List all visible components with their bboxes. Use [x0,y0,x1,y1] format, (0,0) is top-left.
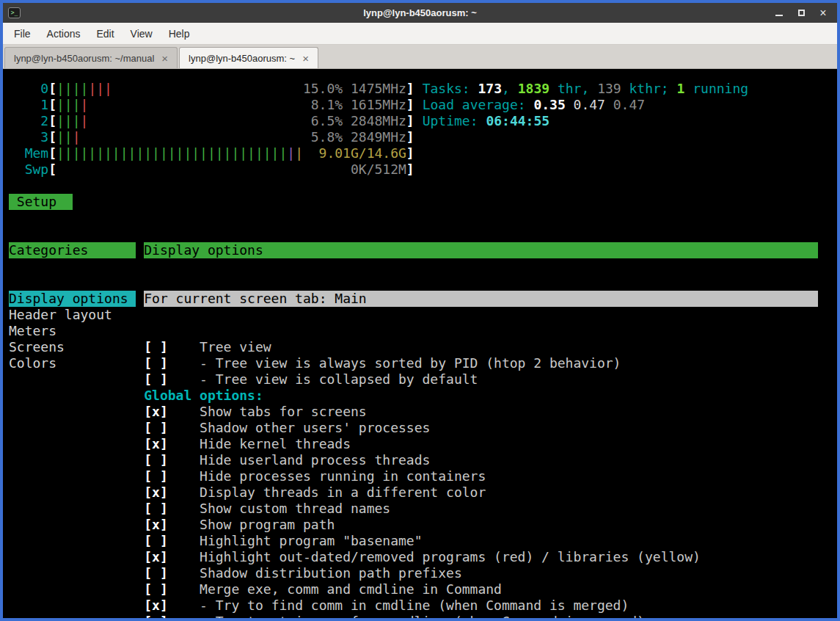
option-label: Shadow distribution path prefixes [200,565,462,581]
checkbox[interactable]: [ ] [144,581,168,597]
setup-panels: Categories Display optionsHeader layoutM… [9,210,837,618]
minimize-icon [775,10,783,16]
option-row[interactable]: [ ] Hide processes running in containers [144,468,818,484]
tab-title: lynp@lyn-b450aorusm: ~ [189,53,295,64]
terminal[interactable]: 0[|||||||15.0% 1475MHz]1[||||8.1% 1615MH… [3,69,837,618]
option-label: - Tree view is always sorted by PID (hto… [200,355,621,371]
restore-icon [798,10,805,16]
meter-swp: Swp[0K/512M] [9,161,414,178]
option-row[interactable]: [x] - Try to find comm in cmdline (when … [144,598,818,614]
option-label: Show program path [200,517,335,532]
option-row[interactable]: [x] Show tabs for screens [144,404,818,420]
summary: Tasks: 173, 1839 thr, 139 kthr; 1 runnin… [423,81,748,178]
checkbox[interactable]: [x] [144,404,168,419]
option-label: Tree view [200,339,271,355]
category-item-meters[interactable]: Meters [9,323,136,339]
setup-header-row: Setup [9,194,837,210]
meter-2: 2[||||6.5% 2848MHz] [9,113,414,129]
option-row[interactable]: [x] - Try to strip exe from cmdline (whe… [144,614,818,618]
screen-tab-row[interactable]: For current screen tab: Main [144,291,818,307]
options-panel-header: Display options [144,242,818,258]
checkbox[interactable]: [ ] [144,533,168,548]
restore-button[interactable] [796,8,806,18]
checkbox[interactable]: [x] [144,436,168,451]
option-row[interactable]: [ ] Shadow other users' processes [144,420,818,436]
meter-value: 6.5% 2848MHz [311,113,406,129]
tab-title: lynp@lyn-b450aorusm: ~/manual [14,53,154,64]
checkbox[interactable]: [x] [144,484,168,500]
option-row[interactable]: [x] Hide kernel threads [144,436,818,452]
checkbox[interactable]: [ ] [144,355,168,371]
option-label: - Try to find comm in cmdline (when Comm… [200,598,629,613]
tasks-line: Tasks: 173, 1839 thr, 139 kthr; 1 runnin… [423,81,748,97]
option-row[interactable]: [ ] Tree view [144,339,818,355]
option-label: Hide userland process threads [200,452,430,468]
checkbox[interactable]: [ ] [144,452,168,468]
checkbox[interactable]: [x] [144,614,168,618]
meter-mem: Mem[|||||||||||||||||||||||||||||||9.01G… [9,145,414,161]
meter-1: 1[||||8.1% 1615MHz] [9,97,414,113]
option-label: Hide processes running in containers [200,468,486,484]
meter-value: 5.8% 2849MHz [311,129,406,145]
menu-item-view[interactable]: View [123,25,161,43]
window-title: lynp@lyn-b450aorusm: ~ [3,7,837,18]
checkbox[interactable]: [x] [144,598,168,613]
minimize-button[interactable] [774,8,784,18]
checkbox[interactable]: [ ] [144,371,168,387]
option-row[interactable]: [ ] Hide userland process threads [144,452,818,468]
option-row[interactable]: [ ] - Tree view is collapsed by default [144,371,818,388]
category-item-header-layout[interactable]: Header layout [9,307,136,323]
tab-close-icon[interactable]: × [161,53,168,64]
terminal-app-icon[interactable]: >_ [8,7,21,18]
meter-label: 2 [9,113,48,129]
meter-bars: ||| [56,129,81,145]
tabbar: lynp@lyn-b450aorusm: ~/manual×lynp@lyn-b… [3,45,837,69]
option-row[interactable]: [ ] Highlight program "basename" [144,533,818,549]
option-row[interactable]: [x] Highlight out-dated/removed programs… [144,549,818,565]
option-row[interactable]: [ ] Show custom thread names [144,501,818,517]
checkbox[interactable]: [ ] [144,501,168,516]
meter-bars: ||||||| [56,81,112,97]
menu-item-help[interactable]: Help [161,25,198,43]
option-row[interactable]: [x] Show program path [144,517,818,533]
menu-item-actions[interactable]: Actions [39,25,89,43]
option-row[interactable]: [ ] - Tree view is always sorted by PID … [144,355,818,371]
option-row[interactable]: [ ] Shadow distribution path prefixes [144,565,818,581]
option-label: - Tree view is collapsed by default [200,371,478,387]
menubar: FileActionsEditViewHelp [3,23,837,45]
terminal-tab-2[interactable]: lynp@lyn-b450aorusm: ~× [179,47,318,68]
close-button[interactable]: × [818,8,828,18]
checkbox[interactable]: [x] [144,517,168,532]
checkbox[interactable]: [ ] [144,420,168,435]
terminal-window: >_ lynp@lyn-b450aorusm: ~ × FileActionsE… [0,0,840,621]
menu-item-file[interactable]: File [6,25,39,43]
category-item-display-options[interactable]: Display options [9,291,136,307]
meter-bars: |||| [56,113,88,129]
options-section-header: Global options: [144,388,818,404]
category-item-screens[interactable]: Screens [9,339,136,355]
load-average-line: Load average: 0.35 0.47 0.47 [423,97,748,113]
meter-label: 0 [9,81,48,97]
meter-bar: |||||||||||||||||||||||||||||||9.01G/14.… [56,145,406,161]
meter-bar: ||||8.1% 1615MHz [56,97,406,113]
category-item-colors[interactable]: Colors [9,355,136,371]
checkbox[interactable]: [x] [144,549,168,564]
option-label: Hide kernel threads [200,436,351,451]
option-label: Highlight program "basename" [200,533,422,548]
option-row[interactable]: [x] Display threads in a different color [144,484,818,501]
checkbox[interactable]: [ ] [144,565,168,581]
meters: 0[|||||||15.0% 1475MHz]1[||||8.1% 1615MH… [9,81,414,178]
meter-value: 0K/512M [351,161,406,178]
checkbox[interactable]: [ ] [144,339,168,355]
option-row[interactable]: [ ] Merge exe, comm and cmdline in Comma… [144,581,818,598]
titlebar[interactable]: >_ lynp@lyn-b450aorusm: ~ × [3,3,837,23]
meter-bar: |||||||15.0% 1475MHz [56,81,406,97]
menu-item-edit[interactable]: Edit [88,25,122,43]
blank-line [9,178,837,194]
tab-close-icon[interactable]: × [302,53,309,64]
option-label: - Try to strip exe from cmdline (when Co… [200,614,645,618]
terminal-tab-1[interactable]: lynp@lyn-b450aorusm: ~/manual× [4,47,178,68]
uptime-line: Uptime: 06:44:55 [423,113,748,129]
checkbox[interactable]: [ ] [144,468,168,484]
meter-label: 1 [9,97,48,113]
